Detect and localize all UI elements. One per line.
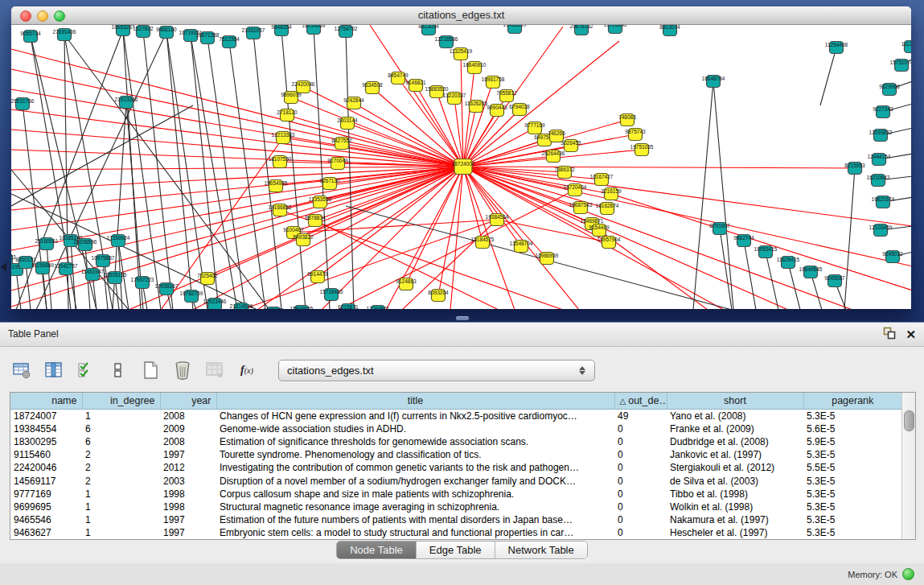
- column-header-pagerank[interactable]: pagerank: [803, 393, 901, 410]
- graph-node-label: 2803144: [337, 117, 358, 123]
- citation-edge-red[interactable]: [463, 167, 852, 309]
- collapse-panel-arrow-icon[interactable]: [1, 262, 6, 272]
- citation-edge-red[interactable]: [402, 220, 497, 309]
- citation-edge-black[interactable]: [713, 81, 733, 309]
- column-header-name[interactable]: name: [10, 393, 82, 410]
- column-header-year[interactable]: year: [160, 393, 216, 410]
- table-row[interactable]: 1938455462009Genome-wide association stu…: [10, 422, 901, 435]
- table-row[interactable]: 977716911998Corpus callosum shape and si…: [10, 488, 901, 501]
- graph-node-label: 17359924: [107, 235, 130, 241]
- delete-trash-icon[interactable]: [170, 358, 195, 382]
- table-row[interactable]: 946362711997Embryonic stem cells: a mode…: [10, 526, 901, 539]
- graph-node-label: 18724007: [452, 161, 475, 167]
- graph-node-label: 16014669: [302, 25, 326, 28]
- graph-node-label: 27691406: [53, 29, 76, 35]
- splitter-handle[interactable]: [456, 316, 469, 320]
- table-panel: Table Panel ✕: [0, 322, 924, 564]
- table-source-select[interactable]: citations_edges.txt: [278, 360, 595, 381]
- select-checks-icon[interactable]: [74, 358, 98, 382]
- graph-node-label: 11829415: [777, 257, 800, 262]
- citation-edge-black[interactable]: [191, 35, 219, 309]
- citation-edge-black[interactable]: [229, 42, 265, 309]
- citation-edge-red[interactable]: [463, 167, 855, 168]
- graph-node-label: 9100467: [283, 227, 304, 233]
- network-window[interactable]: citations_edges.txt 18724007224200469896…: [11, 6, 911, 309]
- citation-edge-red[interactable]: [11, 167, 463, 210]
- table-settings-icon[interactable]: [10, 358, 34, 382]
- tab-node-table[interactable]: Node Table: [337, 542, 417, 558]
- graph-node-label: 748083: [618, 114, 636, 120]
- citation-edge-red[interactable]: [438, 167, 463, 295]
- column-visibility-icon[interactable]: [42, 358, 66, 382]
- tab-network-table[interactable]: Network Table: [495, 542, 587, 558]
- citation-edge-black[interactable]: [166, 32, 193, 309]
- network-svg[interactable]: 1872400722420046989609927181201221338318…: [11, 25, 911, 309]
- table-panel-titlebar[interactable]: Table Panel ✕: [0, 323, 924, 347]
- graph-node-label: 9170049: [327, 158, 348, 163]
- column-header-out-degree[interactable]: △out_de…: [614, 393, 667, 410]
- citation-edge-red[interactable]: [11, 167, 463, 290]
- citation-edge-black[interactable]: [253, 33, 281, 309]
- table-row[interactable]: 911546021997Tourette syndrome. Phenomeno…: [10, 448, 901, 461]
- citation-edge-red[interactable]: [11, 130, 463, 167]
- citation-edge-black[interactable]: [820, 47, 836, 105]
- citation-edge-red[interactable]: [463, 167, 521, 246]
- graph-node-label: 19463809: [503, 25, 527, 27]
- graph-node-label: 12754702: [335, 26, 358, 31]
- column-header-in-degree[interactable]: in_degree: [82, 393, 160, 410]
- graph-node-label: 25160661: [35, 238, 59, 244]
- memory-ok-indicator-icon[interactable]: [902, 568, 914, 580]
- sort-ascending-icon: △: [620, 397, 626, 406]
- citation-edge-red[interactable]: [322, 167, 463, 309]
- graph-node-label: 8813074: [659, 25, 680, 30]
- graph-node-label: 15184575: [471, 237, 495, 242]
- citation-edge-red[interactable]: [463, 167, 911, 266]
- table-row[interactable]: 969969511998Structural magnetic resonanc…: [10, 501, 901, 513]
- column-header-title[interactable]: title: [216, 393, 614, 410]
- graph-node-label: 7512364: [219, 36, 240, 42]
- table-row[interactable]: 1456911722003Disruption of a novel membe…: [10, 474, 901, 487]
- graph-node-label: 17957223: [131, 277, 154, 282]
- graph-node-label: 9146821: [405, 80, 426, 85]
- citation-edge-black[interactable]: [281, 30, 306, 309]
- graph-node-label: 9245012: [882, 251, 903, 257]
- tab-edge-table[interactable]: Edge Table: [417, 542, 495, 558]
- graph-node-label: 20531766: [11, 98, 35, 104]
- row-height-icon[interactable]: [106, 358, 130, 382]
- graph-node-label: 7386372: [554, 167, 575, 172]
- float-panel-icon[interactable]: [883, 327, 896, 343]
- graph-node-label: 15723845: [604, 25, 627, 27]
- new-table-icon[interactable]: [138, 358, 162, 382]
- citation-edge-red[interactable]: [386, 167, 463, 309]
- table-scrollbar-thumb[interactable]: [904, 410, 914, 431]
- citation-edge-black[interactable]: [191, 35, 237, 309]
- citation-edge-red[interactable]: [347, 123, 463, 167]
- table-row[interactable]: 1830029562008Estimation of significance …: [10, 435, 901, 448]
- citation-edge-black[interactable]: [47, 244, 51, 309]
- table-row[interactable]: 946554611997Estimation of the future num…: [10, 513, 901, 526]
- network-canvas[interactable]: 1872400722420046989609927181201221338318…: [11, 25, 911, 309]
- citation-edge-black[interactable]: [166, 32, 207, 309]
- graph-node-label: 9348354: [271, 25, 292, 30]
- network-window-titlebar[interactable]: citations_edges.txt: [11, 6, 911, 25]
- network-window-title: citations_edges.txt: [11, 9, 911, 21]
- function-builder-icon[interactable]: f(x): [235, 358, 259, 382]
- graph-node-label: 9466160: [156, 27, 177, 32]
- close-panel-icon[interactable]: ✕: [906, 328, 916, 342]
- column-header-short[interactable]: short: [667, 393, 803, 410]
- citation-edge-black[interactable]: [844, 168, 855, 309]
- table-row[interactable]: 2242004622012Investigating the contribut…: [10, 461, 901, 474]
- citation-edge-black[interactable]: [346, 31, 354, 309]
- citation-edge-black[interactable]: [314, 28, 330, 309]
- citation-edge-red[interactable]: [463, 167, 724, 309]
- citation-edge-black[interactable]: [693, 81, 713, 309]
- citation-edge-red[interactable]: [11, 167, 463, 190]
- table-scrollbar[interactable]: [901, 393, 915, 539]
- table-row[interactable]: 1872400712008Changes of HCN gene express…: [10, 410, 901, 423]
- citation-edge-red[interactable]: [315, 220, 499, 309]
- citation-edge-red[interactable]: [11, 167, 463, 230]
- table-header-row: name in_degree year title △out_de… short…: [10, 393, 901, 410]
- graph-node-label: 9267130: [319, 178, 340, 183]
- citation-edge-black[interactable]: [23, 104, 47, 309]
- citation-edge-black[interactable]: [71, 241, 76, 309]
